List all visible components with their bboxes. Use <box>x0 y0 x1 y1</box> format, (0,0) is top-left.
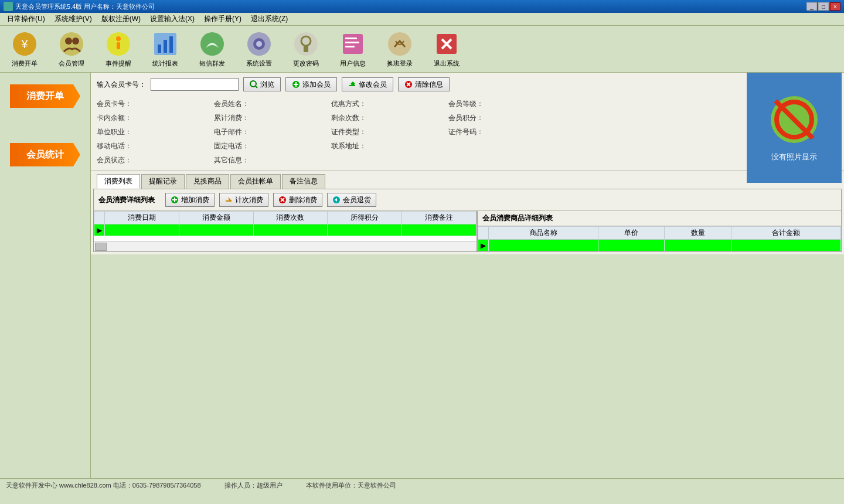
balance-field: 卡内余额： <box>97 111 214 124</box>
pad2 <box>448 154 566 166</box>
col-consume-date: 消费日期 <box>105 212 179 224</box>
cell-amount <box>179 224 253 236</box>
sms-icon <box>198 30 226 58</box>
svg-rect-20 <box>345 38 357 39</box>
toolbar-change-password-label: 更改密码 <box>293 59 319 68</box>
svg-line-28 <box>256 86 257 88</box>
tab-notes-info[interactable]: 备注信息 <box>282 174 325 189</box>
cert-type-field: 证件类型： <box>331 125 448 138</box>
empty-field <box>448 139 566 152</box>
add-member-button[interactable]: 添加会员 <box>285 77 337 91</box>
pad1 <box>331 154 448 166</box>
toolbar-event-remind[interactable]: 事件提醒 <box>100 30 137 68</box>
maximize-button[interactable]: □ <box>818 2 829 11</box>
toolbar-change-password[interactable]: 更改密码 <box>287 30 325 68</box>
email-field: 电子邮件： <box>214 125 331 138</box>
status-developer: 天意软件开发中心 www.chle828.com 电话：0635-7987985… <box>6 481 201 490</box>
member-status-field: 会员状态： <box>97 154 214 166</box>
left-table-scroll[interactable]: 消费日期 消费金额 消费次数 <box>94 211 477 241</box>
this-consume-button[interactable]: 计次消费 <box>219 193 268 207</box>
svg-point-4 <box>72 38 79 45</box>
svg-rect-18 <box>304 45 308 52</box>
browse-button[interactable]: 浏览 <box>243 77 281 91</box>
left-table-panel: 消费日期 消费金额 消费次数 <box>94 211 478 251</box>
consume-order-icon: ¥ <box>11 30 39 58</box>
menu-logout[interactable]: 退出系统(Z) <box>246 13 292 25</box>
menu-manual[interactable]: 操作手册(Y) <box>199 13 246 25</box>
tab-exchange-goods[interactable]: 兑换商品 <box>186 174 229 189</box>
tab-bar: 消费列表 提醒记录 兑换商品 会员挂帐单 备注信息 <box>91 171 844 189</box>
edit-consume-icon <box>224 196 233 204</box>
toolbar-sms[interactable]: 短信群发 <box>193 30 231 68</box>
toolbar-consume-order[interactable]: ¥ 消费开单 <box>6 30 43 68</box>
change-password-icon <box>292 30 320 58</box>
system-settings-icon <box>245 30 273 58</box>
card-input-label: 输入会员卡号： <box>97 80 146 90</box>
col-points-earned: 所得积分 <box>328 212 402 224</box>
goods-detail-table: 商品名称 单价 数量 <box>478 226 841 251</box>
add-consume-button[interactable]: 增加消费 <box>165 193 215 207</box>
cell-note <box>402 224 477 236</box>
svg-rect-10 <box>164 40 167 53</box>
row-indicator-r: ▶ <box>478 240 489 251</box>
svg-rect-11 <box>169 36 173 53</box>
member-name-field: 会员姓名： <box>214 97 331 110</box>
tab-consume-list[interactable]: 消费列表 <box>97 174 140 189</box>
svg-rect-22 <box>345 46 355 47</box>
svg-rect-21 <box>345 42 359 43</box>
toolbar-exit-system[interactable]: 退出系统 <box>428 30 465 68</box>
right-table-scroll[interactable]: 商品名称 单价 数量 <box>478 226 841 251</box>
tab-content: 会员消费详细列表 增加消费 计次消费 删除消费 <box>93 189 842 252</box>
menu-copyright[interactable]: 版权注册(W) <box>97 13 145 25</box>
menu-daily-ops[interactable]: 日常操作(U) <box>2 13 50 25</box>
toolbar-member-mgmt[interactable]: 会员管理 <box>53 30 90 68</box>
right-content: 输入会员卡号： 浏览 添加会员 修改会员 <box>91 73 844 254</box>
col-unit-price: 单价 <box>598 227 665 240</box>
photo-panel: 没有照片显示 <box>747 73 842 183</box>
svg-point-6 <box>116 36 121 41</box>
card-input-row: 输入会员卡号： 浏览 添加会员 修改会员 <box>97 77 838 91</box>
card-input-field[interactable] <box>151 78 239 91</box>
left-scroll-thumb <box>95 243 107 251</box>
left-h-scrollbar[interactable] <box>94 241 477 251</box>
tables-container: 消费日期 消费金额 消费次数 <box>94 211 841 251</box>
title-text: 天意会员管理系统5.4版 用户名称：天意软件公司 <box>15 2 806 11</box>
add-icon <box>292 80 300 88</box>
exit-system-icon <box>433 30 461 58</box>
toolbar-user-info[interactable]: 用户信息 <box>334 30 372 68</box>
clear-info-button[interactable]: 清除信息 <box>398 77 450 91</box>
col-consume-note: 消费备注 <box>402 212 477 224</box>
sidebar-member-stats[interactable]: 会员统计 <box>10 143 80 166</box>
col-goods-name: 商品名称 <box>489 227 598 240</box>
toolbar-shift-login[interactable]: 换班登录 <box>381 30 418 68</box>
toolbar-system-settings[interactable]: 系统设置 <box>240 30 278 68</box>
cell-unit-price <box>598 240 665 251</box>
form-section: 输入会员卡号： 浏览 添加会员 修改会员 <box>91 73 844 171</box>
sidebar-consume-order[interactable]: 消费开单 <box>10 84 80 108</box>
toolbar-consume-order-label: 消费开单 <box>12 59 38 68</box>
user-info-icon <box>339 30 367 58</box>
toolbar-stats-report[interactable]: 统计报表 <box>147 30 184 68</box>
member-level-field: 会员等级： <box>448 97 566 110</box>
right-panel-title: 会员消费商品详细列表 <box>478 211 841 226</box>
col-indicator-r <box>478 227 489 240</box>
close-button[interactable]: × <box>830 2 840 11</box>
event-remind-icon <box>104 30 132 58</box>
other-info-field: 其它信息： <box>214 154 331 166</box>
svg-point-3 <box>65 38 72 45</box>
table-row[interactable]: ▶ <box>94 224 477 236</box>
toolbar-event-remind-label: 事件提醒 <box>106 59 131 68</box>
svg-rect-9 <box>158 45 161 53</box>
minimize-button[interactable]: _ <box>806 2 817 11</box>
svg-point-15 <box>256 41 262 47</box>
tab-member-account[interactable]: 会员挂帐单 <box>230 174 281 189</box>
modify-member-button[interactable]: 修改会员 <box>342 77 393 91</box>
delete-consume-icon <box>278 196 287 204</box>
tab-remind-record[interactable]: 提醒记录 <box>141 174 185 189</box>
menu-input-settings[interactable]: 设置输入法(X) <box>145 13 199 25</box>
delete-consume-button[interactable]: 删除消费 <box>273 193 322 207</box>
cert-no-field: 证件号码： <box>448 125 566 138</box>
table-row[interactable]: ▶ <box>478 240 841 251</box>
menu-system-maint[interactable]: 系统维护(V) <box>50 13 97 25</box>
refund-button[interactable]: 会员退货 <box>327 193 376 207</box>
